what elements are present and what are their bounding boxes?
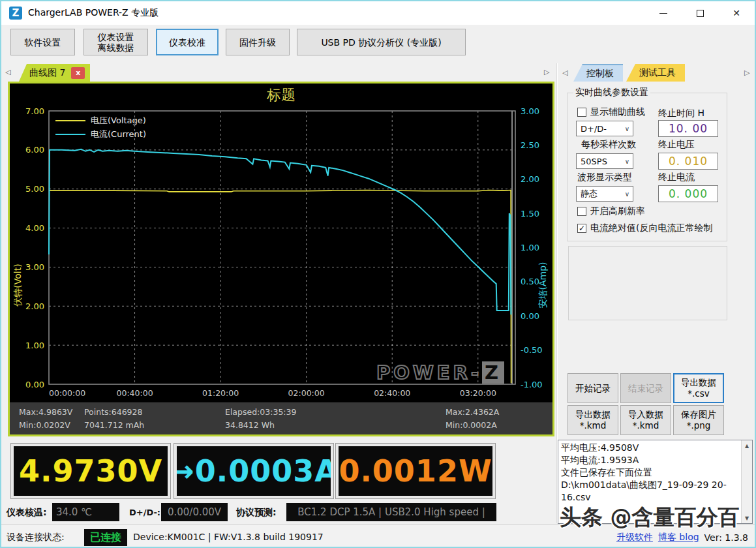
stat-min-current: Min:0.0002A (446, 420, 497, 430)
stat-mah: 7041.712 mAh (84, 420, 144, 430)
power-display: 0.0012W (335, 443, 496, 499)
y-right-tick: -0.50 (521, 345, 543, 355)
end-current-input[interactable]: 0. 000 (658, 185, 718, 202)
status-links: 升级软件 博客 blog Ver: 1.3.8 (616, 532, 748, 543)
software-settings-button[interactable]: 软件设置 (10, 29, 75, 55)
high-refresh-checkbox[interactable]: 开启高刷新率 (577, 206, 721, 217)
panel-tab-scroll-right-icon[interactable]: ▷ (744, 68, 749, 77)
core-temp-label: 仪表核温: (7, 507, 47, 519)
button-label-line1: 导入数据 (628, 409, 663, 420)
button-label: 仪表校准 (169, 37, 205, 48)
end-current-label: 终止电流 (658, 172, 695, 183)
meter-settings-offline-data-button[interactable]: 仪表设置 离线数据 (83, 29, 148, 55)
stat-min-voltage: Min:0.0202V (19, 420, 70, 430)
y-left-tick: 6.00 (25, 145, 44, 155)
maximize-button[interactable] (682, 1, 718, 25)
checkbox-label: 开启高刷新率 (590, 206, 645, 217)
selected-option: 静态 (581, 188, 597, 200)
tab-scroll-left-icon[interactable]: ◁ (5, 68, 10, 76)
current-display-value: →0.0003A (177, 453, 331, 489)
button-label-line1: 导出数据 (575, 409, 611, 420)
usb-pd-analyzer-button[interactable]: USB PD 协议分析仪 (专业版) (297, 29, 466, 55)
chart-legend: 电压(Voltage)电流(Current) (55, 114, 146, 141)
stat-elapsed: Elapsed:03:35:39 (225, 407, 296, 417)
tab-close-button[interactable]: x (71, 67, 85, 79)
abs-current-checkbox[interactable]: 电流绝对值(反向电流正常绘制 (577, 222, 725, 234)
powerz-watermark: POWER-Z (376, 361, 504, 384)
button-label: 开始记录 (575, 383, 611, 394)
end-time-input[interactable]: 10. 00 (658, 120, 718, 137)
end-time-label: 终止时间 H (658, 108, 704, 119)
tab-curve-chart-7[interactable]: 曲线图 7 x (19, 64, 90, 82)
plot-border (49, 111, 515, 384)
legend-label: 电流(Current) (91, 129, 146, 140)
stop-record-button[interactable]: 结束记录 (620, 373, 671, 403)
legend-line-swatch (55, 134, 85, 135)
tab-label: 控制板 (586, 68, 614, 80)
log-line: 平均电流:1.9593A (561, 454, 739, 466)
upgrade-software-link[interactable]: 升级软件 (616, 532, 653, 543)
minimize-button[interactable] (645, 1, 682, 25)
dpdm-value: 0.00/0.00V (161, 503, 228, 521)
realtime-curve-settings-title: 实时曲线参数设置 (573, 87, 650, 99)
y-right-tick: 0.00 (521, 311, 539, 321)
device-info: Device:KM001C | FW:V1.3.8 build 190917 (133, 532, 324, 542)
button-label-line2: *.csv (688, 388, 710, 399)
chevron-down-icon: ∨ (625, 125, 629, 132)
current-display-screen: →0.0003A (177, 446, 331, 496)
waveform-type-select[interactable]: 静态 ∨ (576, 186, 633, 202)
sps-label: 每秒采样次数 (581, 139, 636, 151)
tab-control-board[interactable]: 控制板 (573, 64, 623, 82)
chart-tab-strip: ◁ ▷ 曲线图 7 x (1, 63, 554, 82)
legend-item: 电流(Current) (55, 127, 146, 141)
y-left-tick: 5.00 (25, 184, 44, 194)
x-tick: 02:40:00 (374, 388, 410, 398)
show-aux-curve-checkbox[interactable]: 显示辅助曲线 (577, 106, 654, 118)
end-voltage-input[interactable]: 0. 010 (658, 153, 718, 170)
sps-select[interactable]: 50SPS ∨ (576, 153, 633, 169)
checkbox-icon (577, 207, 586, 216)
app-window: Z ChargerLAB POWER-Z 专业版 ✕ 软件设置 仪表设置 离线数… (0, 0, 756, 548)
tab-test-tools[interactable]: 测试工具 (626, 64, 685, 82)
blog-link[interactable]: 博客 blog (658, 532, 699, 543)
tab-label: 曲线图 7 (29, 67, 65, 79)
export-kmd-button[interactable]: 导出数据 *.kmd (567, 405, 618, 435)
close-button[interactable]: ✕ (718, 1, 755, 25)
tab-scroll-right-icon[interactable]: ▷ (544, 68, 549, 76)
chart-panel: 0.001.002.003.004.005.006.007.00-1.00-0.… (8, 82, 554, 436)
core-temp-value: 34.0 ℃ (52, 503, 119, 521)
panel-tab-scroll-left-icon[interactable]: ◁ (562, 68, 567, 77)
chart-stats-bar: Max:4.9863V Min:0.0202V Points:646928 70… (10, 402, 552, 434)
window-controls: ✕ (645, 1, 755, 25)
protocol-value: BC1.2 DCP 1.5A | USB2.0 High speed | (286, 503, 496, 521)
minimize-icon (659, 13, 667, 14)
start-record-button[interactable]: 开始记录 (567, 373, 618, 403)
chevron-down-icon: ∨ (625, 190, 629, 198)
y-right-tick: 1.00 (521, 243, 539, 252)
y-left-tick: 0.00 (25, 380, 44, 389)
button-label-line2: *.kmd (633, 420, 659, 431)
log-line: 平均电压:4.9508V (561, 442, 739, 454)
toutiao-watermark: 头条 @含量百分百 (560, 503, 755, 532)
y-right-tick: 0.50 (521, 277, 539, 286)
stat-max-current: Max:2.4362A (446, 407, 499, 417)
app-logo-icon: Z (9, 7, 22, 20)
button-label-line2: *.kmd (580, 420, 607, 431)
selected-option: D+/D- (581, 124, 607, 134)
button-label: USB PD 协议分析仪 (专业版) (321, 37, 441, 48)
legend-line-swatch (55, 120, 85, 121)
dpdm-select[interactable]: D+/D- ∨ (576, 121, 633, 136)
firmware-upgrade-button[interactable]: 固件升级 (226, 29, 290, 55)
meter-calibration-button[interactable]: 仪表校准 (156, 29, 219, 55)
y-right-tick: 3.00 (521, 106, 539, 116)
y-left-tick: 1.00 (25, 341, 44, 350)
checkbox-checked-icon (577, 224, 586, 233)
y-left-axis-title: 伏特(Volt) (12, 256, 24, 314)
export-csv-button[interactable]: 导出数据 *.csv (673, 373, 724, 403)
import-kmd-button[interactable]: 导入数据 *.kmd (620, 405, 671, 435)
title-bar: Z ChargerLAB POWER-Z 专业版 ✕ (1, 1, 755, 25)
scroll-up-icon[interactable]: ▲ (742, 440, 752, 451)
legend-item: 电压(Voltage) (55, 114, 146, 127)
voltage-display: 4.9730V (10, 443, 171, 499)
save-png-button[interactable]: 保存图片 *.png (673, 405, 724, 435)
